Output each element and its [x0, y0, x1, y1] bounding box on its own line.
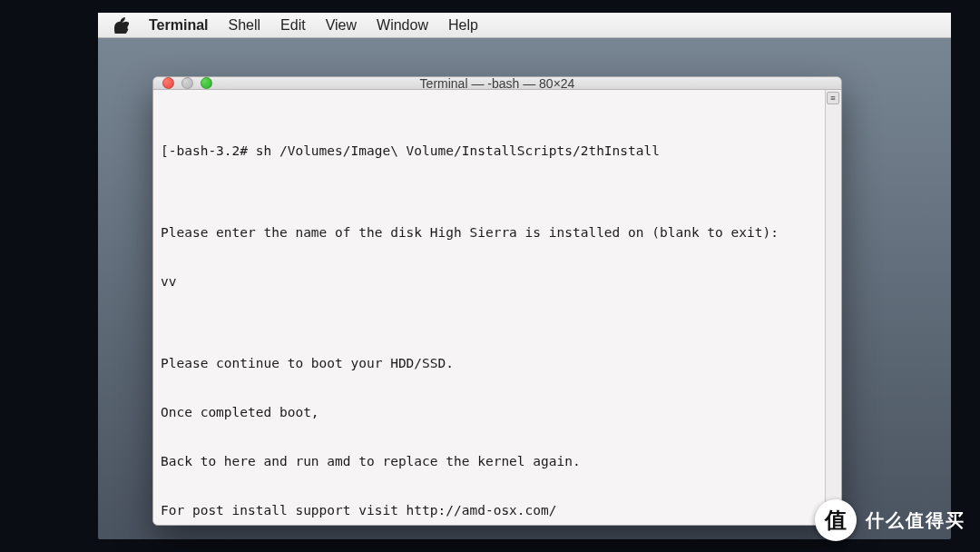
minimize-button[interactable] [181, 77, 193, 89]
maximize-button[interactable] [201, 77, 212, 89]
watermark-logo-icon: 值 [815, 499, 857, 541]
menubar: Terminal Shell Edit View Window Help [98, 13, 951, 38]
scrollbar-track[interactable]: ≡ [825, 90, 841, 526]
window-titlebar[interactable]: Terminal — -bash — 80×24 [153, 77, 841, 90]
terminal-line: For post install support visit http://am… [161, 502, 834, 518]
watermark-text: 什么值得买 [866, 508, 965, 533]
scroll-toggle-icon[interactable]: ≡ [827, 92, 839, 104]
menu-view[interactable]: View [326, 17, 357, 34]
terminal-body[interactable]: ≡ [-bash-3.2# sh /Volumes/Image\ Volume/… [153, 90, 841, 526]
apple-menu-icon[interactable] [114, 17, 129, 34]
menu-edit[interactable]: Edit [280, 17, 306, 34]
desktop-background: Terminal Shell Edit View Window Help Ter… [98, 13, 951, 539]
terminal-line: Back to here and run amd to replace the … [161, 453, 834, 469]
menu-window[interactable]: Window [377, 17, 428, 34]
traffic-lights [162, 77, 212, 89]
terminal-line: Please continue to boot your HDD/SSD. [161, 355, 834, 371]
terminal-line: Once completed boot, [161, 404, 834, 420]
site-watermark: 值 什么值得买 [815, 499, 965, 541]
close-button[interactable] [162, 77, 174, 89]
terminal-line: vv [161, 273, 834, 290]
app-name[interactable]: Terminal [149, 17, 209, 34]
terminal-line: Please enter the name of the disk High S… [161, 224, 834, 241]
terminal-line: [-bash-3.2# sh /Volumes/Image\ Volume/In… [161, 143, 834, 159]
menu-help[interactable]: Help [448, 17, 478, 34]
terminal-window[interactable]: Terminal — -bash — 80×24 ≡ [-bash-3.2# s… [152, 76, 842, 526]
window-title: Terminal — -bash — 80×24 [153, 76, 841, 91]
menu-shell[interactable]: Shell [229, 17, 261, 34]
